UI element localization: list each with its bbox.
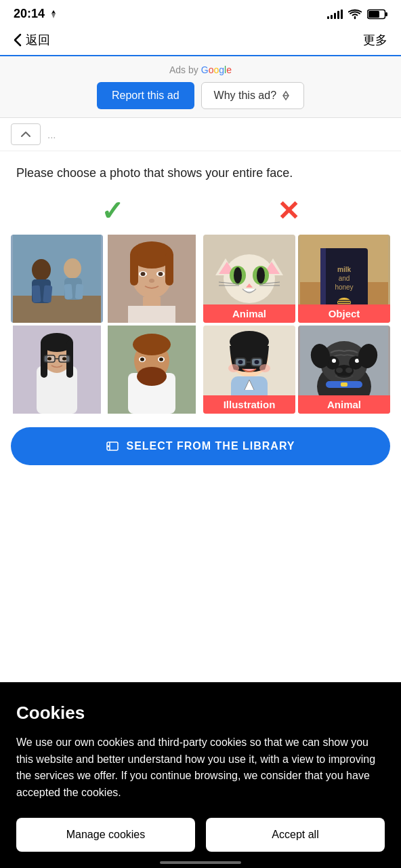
accept-all-button[interactable]: Accept all bbox=[206, 818, 385, 852]
svg-rect-7 bbox=[13, 296, 101, 323]
ads-by-google: Ads by Google bbox=[11, 64, 390, 75]
nav-bar: 返回 更多 bbox=[0, 25, 401, 56]
svg-point-22 bbox=[141, 272, 146, 276]
wrong-row-2: Illustration bbox=[203, 326, 390, 414]
cat-photo-item: Animal bbox=[203, 235, 295, 323]
wrong-icon: ✕ bbox=[277, 196, 300, 226]
svg-point-83 bbox=[228, 364, 239, 372]
status-icons bbox=[327, 9, 387, 20]
svg-point-58 bbox=[257, 267, 265, 283]
ad-buttons: Report this ad Why this ad? bbox=[11, 82, 390, 109]
wrong-photos: Animal milk and bbox=[203, 235, 390, 416]
svg-rect-4 bbox=[368, 11, 379, 18]
home-indicator bbox=[160, 861, 241, 864]
svg-point-25 bbox=[149, 279, 154, 283]
photo-grid: Animal milk and bbox=[11, 235, 390, 416]
object-label: Object bbox=[298, 304, 390, 323]
svg-point-104 bbox=[108, 446, 110, 448]
select-from-library-button[interactable]: SELECT FROM THE LIBRARY bbox=[11, 427, 390, 465]
status-time: 20:14 bbox=[14, 7, 58, 21]
wifi-icon bbox=[348, 9, 362, 20]
report-ad-button[interactable]: Report this ad bbox=[97, 82, 194, 109]
svg-rect-15 bbox=[75, 284, 84, 300]
svg-point-12 bbox=[64, 258, 81, 279]
manage-cookies-button[interactable]: Manage cookies bbox=[16, 818, 195, 852]
illustration-photo-item: Illustration bbox=[203, 326, 295, 414]
select-button-label: SELECT FROM THE LIBRARY bbox=[126, 440, 295, 452]
svg-point-84 bbox=[259, 364, 270, 372]
svg-point-98 bbox=[345, 368, 352, 373]
svg-rect-19 bbox=[130, 252, 138, 285]
svg-point-82 bbox=[255, 360, 259, 364]
woman-closeup-photo bbox=[106, 235, 198, 323]
svg-point-56 bbox=[234, 267, 242, 283]
back-arrow-icon bbox=[14, 33, 22, 47]
cookies-text: We use our own cookies and third-party c… bbox=[16, 734, 385, 802]
illustration-label: Illustration bbox=[203, 395, 295, 414]
woman-coat-photo bbox=[11, 326, 103, 414]
why-ad-label: Why this ad? bbox=[214, 90, 276, 102]
correct-icon: ✓ bbox=[101, 196, 124, 226]
svg-point-81 bbox=[238, 360, 243, 364]
woman-closeup-item bbox=[106, 235, 198, 323]
book-photo-item: milk and honey Object bbox=[298, 235, 390, 323]
status-bar: 20:14 bbox=[0, 0, 401, 25]
ad-section: Ads by Google Report this ad Why this ad… bbox=[0, 56, 401, 118]
library-icon bbox=[106, 439, 119, 453]
collapsed-text: ... bbox=[47, 129, 56, 140]
correct-row-2 bbox=[11, 326, 198, 414]
svg-rect-27 bbox=[128, 306, 175, 323]
svg-point-46 bbox=[140, 357, 144, 361]
man-beard-photo bbox=[106, 326, 198, 414]
correct-row-1 bbox=[11, 235, 198, 323]
svg-text:and: and bbox=[339, 275, 350, 282]
photo-section: ✓ ✕ bbox=[0, 195, 401, 427]
select-section: SELECT FROM THE LIBRARY bbox=[0, 427, 401, 476]
svg-point-24 bbox=[159, 272, 163, 276]
why-ad-button[interactable]: Why this ad? bbox=[201, 82, 304, 109]
back-label: 返回 bbox=[26, 32, 50, 48]
svg-point-94 bbox=[332, 359, 336, 363]
svg-point-43 bbox=[133, 334, 171, 355]
location-icon bbox=[49, 9, 58, 19]
couple-photo-item bbox=[11, 235, 103, 323]
ads-by-label: Ads by bbox=[169, 64, 198, 75]
svg-rect-10 bbox=[32, 285, 41, 303]
cookies-buttons: Manage cookies Accept all bbox=[16, 818, 385, 852]
more-label: 更多 bbox=[363, 33, 387, 47]
cookies-title: Cookies bbox=[16, 703, 385, 724]
cookies-overlay: Cookies We use our own cookies and third… bbox=[0, 682, 401, 868]
signal-icon bbox=[327, 9, 343, 19]
why-ad-icon bbox=[280, 90, 291, 101]
wrong-row-1: Animal milk and bbox=[203, 235, 390, 323]
svg-rect-102 bbox=[341, 382, 347, 387]
svg-point-95 bbox=[355, 359, 359, 363]
instruction-text: Please choose a photo that shows your en… bbox=[16, 166, 293, 180]
collapse-bar: ... bbox=[0, 118, 401, 151]
woman-coat-item bbox=[11, 326, 103, 414]
google-logo: Google bbox=[201, 64, 232, 75]
photo-header: ✓ ✕ bbox=[11, 195, 390, 226]
svg-rect-3 bbox=[385, 12, 387, 16]
svg-rect-67 bbox=[320, 248, 326, 309]
svg-text:honey: honey bbox=[335, 283, 353, 291]
svg-point-44 bbox=[137, 367, 167, 386]
more-button[interactable]: 更多 bbox=[363, 32, 387, 48]
animal-label-1: Animal bbox=[203, 304, 295, 323]
main-content: ... Please choose a photo that shows you… bbox=[0, 118, 401, 476]
svg-rect-20 bbox=[165, 252, 173, 285]
svg-point-37 bbox=[47, 357, 51, 361]
back-button[interactable]: 返回 bbox=[14, 32, 50, 48]
man-beard-item bbox=[106, 326, 198, 414]
instructions: Please choose a photo that shows your en… bbox=[0, 151, 401, 195]
battery-icon bbox=[367, 9, 387, 20]
svg-point-38 bbox=[62, 357, 66, 361]
correct-photos bbox=[11, 235, 198, 416]
svg-text:milk: milk bbox=[337, 266, 351, 273]
collapse-button[interactable] bbox=[11, 123, 41, 145]
animal-label-2: Animal bbox=[298, 395, 390, 414]
chevron-up-icon bbox=[20, 131, 31, 138]
svg-marker-1 bbox=[51, 13, 56, 18]
pug-photo-item: Animal bbox=[298, 326, 390, 414]
svg-rect-11 bbox=[43, 285, 52, 303]
